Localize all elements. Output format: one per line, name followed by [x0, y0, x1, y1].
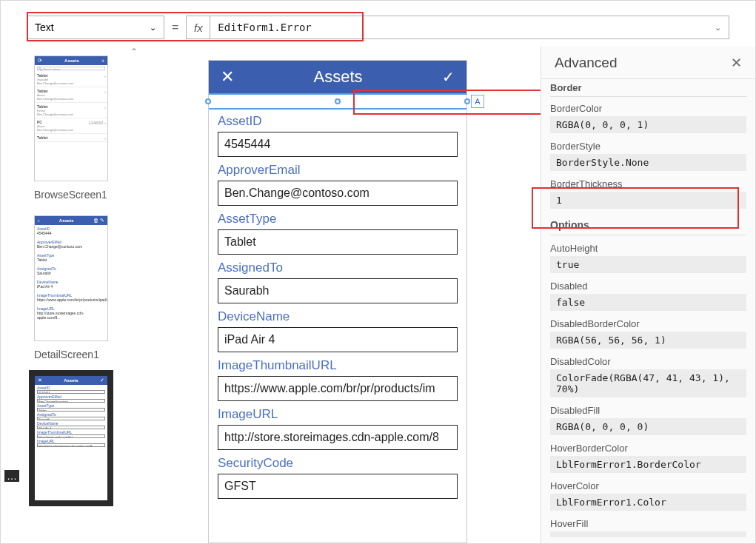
chevron-down-icon: ⌄: [150, 23, 156, 33]
disabled-input[interactable]: false: [550, 294, 746, 311]
check-icon[interactable]: ✓: [442, 68, 455, 86]
hoverfill-input[interactable]: [550, 531, 746, 537]
chevron-down-icon[interactable]: ⌄: [715, 23, 721, 33]
close-icon[interactable]: ✕: [221, 67, 234, 87]
assetid-input[interactable]: 4545444: [218, 132, 458, 157]
canvas: ✕ Assets ✓ A AssetID4545444 ApproverEmai…: [145, 47, 541, 543]
prop-label: HoverColor: [550, 480, 746, 491]
prop-label: HoverBorderColor: [550, 443, 746, 454]
approveremail-input[interactable]: Ben.Change@contoso.com: [218, 181, 458, 206]
prop-label: DisabledBorderColor: [550, 318, 746, 329]
disabledfill-input[interactable]: RGBA(0, 0, 0, 0): [550, 418, 746, 435]
field-label: AssignedTo: [218, 261, 458, 275]
hovercolor-input[interactable]: LblFormError1.Color: [550, 494, 746, 511]
prop-label: Disabled: [550, 281, 746, 292]
screen-thumbnails-panel: ⌃ ⟳Assets+ 🔍 Search items TabletSaurabhB…: [1, 47, 145, 543]
thumbnail-browse-screen[interactable]: ⟳Assets+ 🔍 Search items TabletSaurabhBen…: [34, 56, 145, 201]
resize-handle[interactable]: [335, 98, 341, 104]
formula-bar: Text ⌄ = fx EditForm1.Error ⌄: [27, 14, 729, 41]
resize-handle[interactable]: [205, 98, 211, 104]
disabledcolor-input[interactable]: ColorFade(RGBA(47, 41, 43, 1), 70%): [550, 369, 746, 397]
section-border: Border: [550, 82, 746, 97]
devicename-input[interactable]: iPad Air 4: [218, 327, 458, 352]
fx-icon[interactable]: fx: [186, 16, 210, 39]
field-label: ImageURL: [218, 407, 458, 422]
thumbnail-edit-screen[interactable]: ✕Assets✓ AssetID4545444 ApproverEMailBen…: [34, 375, 145, 501]
prop-label: BorderThickness: [550, 178, 746, 189]
hoverbordercolor-input[interactable]: LblFormError1.BorderColor: [550, 456, 746, 473]
selected-error-label[interactable]: A: [209, 93, 466, 110]
workspace: ⌃ ⟳Assets+ 🔍 Search items TabletSaurabhB…: [1, 47, 755, 543]
field-label: AssetID: [218, 114, 458, 129]
field-label: AssetType: [218, 212, 458, 226]
thumbnail-detail-screen[interactable]: ‹Assets🗑 ✎ AssetID4545444 ApproverEMailB…: [34, 215, 145, 360]
search-icon: 🔍 Search items: [37, 67, 105, 70]
resize-handle[interactable]: [464, 98, 470, 104]
imageurl-input[interactable]: http://store.storeimages.cdn-apple.com/8: [218, 425, 458, 450]
property-dropdown[interactable]: Text ⌄: [27, 16, 164, 39]
field-label: DeviceName: [218, 309, 458, 324]
advanced-title: Advanced: [555, 55, 618, 71]
field-label: SecurityCode: [218, 456, 458, 471]
prop-label: DisabledFill: [550, 405, 746, 416]
borderstyle-input[interactable]: BorderStyle.None: [550, 154, 746, 171]
close-icon[interactable]: ✕: [731, 55, 742, 71]
field-label: ImageThumbnailURL: [218, 358, 458, 373]
collapse-thumbnails-icon[interactable]: ⌃: [130, 47, 138, 57]
field-label: ApproverEmail: [218, 163, 458, 178]
app-header: ✕ Assets ✓: [209, 61, 466, 93]
page-title: Assets: [313, 67, 362, 87]
prop-label: AutoHeight: [550, 243, 746, 254]
text-indicator-icon: A: [471, 95, 484, 108]
thumbnail-label: DetailScreen1: [34, 349, 145, 360]
disabledbordercolor-input[interactable]: RGBA(56, 56, 56, 1): [550, 332, 746, 349]
phone-preview: ✕ Assets ✓ A AssetID4545444 ApproverEmai…: [208, 60, 467, 543]
prop-label: BorderStyle: [550, 141, 746, 152]
formula-input[interactable]: EditForm1.Error ⌄: [210, 16, 729, 39]
autoheight-input[interactable]: true: [550, 256, 746, 273]
edit-form: AssetID4545444 ApproverEmailBen.Change@c…: [209, 110, 466, 509]
prop-label: DisabledColor: [550, 356, 746, 367]
property-dropdown-value: Text: [35, 21, 54, 33]
borderthickness-input[interactable]: 1: [550, 192, 746, 209]
equals-label: =: [172, 21, 178, 34]
prop-label: BorderColor: [550, 103, 746, 114]
formula-text: EditForm1.Error: [218, 21, 311, 33]
advanced-header: Advanced ✕: [541, 47, 755, 79]
bordercolor-input[interactable]: RGBA(0, 0, 0, 1): [550, 116, 746, 133]
securitycode-input[interactable]: GFST: [218, 474, 458, 499]
thumbnail-label: BrowseScreen1: [34, 189, 145, 201]
imagethumbnailurl-input[interactable]: https://www.apple.com/br/pr/products/im: [218, 376, 458, 401]
section-options: Options: [550, 219, 746, 235]
assignedto-input[interactable]: Saurabh: [218, 278, 458, 303]
assettype-input[interactable]: Tablet: [218, 229, 458, 255]
advanced-panel: Advanced ✕ Border BorderColorRGBA(0, 0, …: [541, 47, 755, 543]
more-icon[interactable]: …: [4, 470, 19, 482]
prop-label: HoverFill: [550, 518, 746, 529]
advanced-scroll[interactable]: Border BorderColorRGBA(0, 0, 0, 1) Borde…: [541, 79, 755, 543]
